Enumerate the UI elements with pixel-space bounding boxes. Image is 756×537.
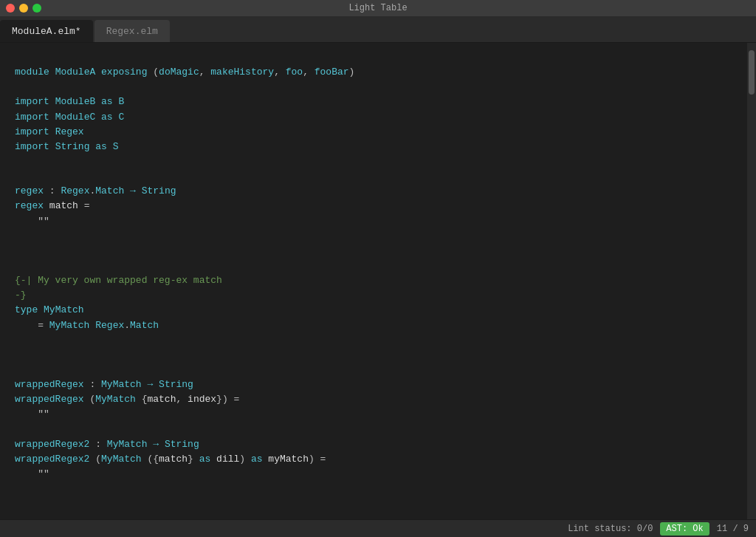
scrollbar[interactable] (747, 43, 756, 519)
close-button[interactable] (6, 4, 15, 13)
code-area[interactable]: module ModuleA exposing (doMagic, makeHi… (0, 43, 747, 519)
lint-status: Lint status: 0/0 (568, 524, 653, 534)
code-content: module ModuleA exposing (doMagic, makeHi… (15, 50, 740, 519)
window-controls (6, 4, 41, 13)
tab-regex[interactable]: Regex.elm (94, 20, 170, 42)
minimize-button[interactable] (19, 4, 28, 13)
ast-badge: AST: Ok (660, 522, 709, 536)
tab-moduleA[interactable]: ModuleA.elm* (0, 20, 93, 42)
title-bar: Light Table (0, 0, 756, 16)
tab-label-regex: Regex.elm (106, 26, 158, 37)
tab-bar: ModuleA.elm* Regex.elm (0, 16, 756, 43)
status-bar: Lint status: 0/0 AST: Ok 11 / 9 (0, 519, 756, 537)
tab-label-moduleA: ModuleA.elm* (12, 26, 81, 37)
scroll-thumb[interactable] (749, 50, 755, 95)
maximize-button[interactable] (32, 4, 41, 13)
editor-container: module ModuleA exposing (doMagic, makeHi… (0, 43, 756, 519)
app-title: Light Table (348, 3, 407, 13)
page-number: 11 / 9 (717, 524, 749, 534)
